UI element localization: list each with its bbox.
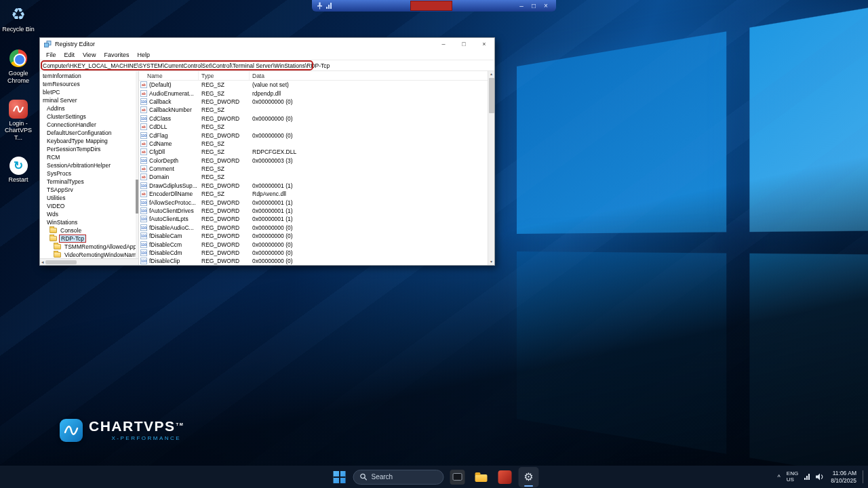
tree-item[interactable]: TSMMRemotingAllowedApps — [40, 243, 138, 251]
rdp-connection-bar[interactable]: – □ × — [312, 0, 556, 12]
volume-icon[interactable] — [816, 473, 825, 481]
column-header-data[interactable]: Data — [250, 73, 488, 79]
reg-dword-icon — [140, 249, 147, 256]
file-explorer-button[interactable] — [471, 467, 492, 487]
scrollbar-thumb[interactable] — [136, 180, 138, 214]
maximize-button[interactable]: □ — [454, 38, 474, 50]
tree-item[interactable]: temResources — [40, 80, 138, 88]
tree-item[interactable]: bletPC — [40, 88, 138, 96]
clock[interactable]: 11:06 AM 8/10/2025 — [831, 470, 856, 484]
tree-item[interactable]: TSAppSrv — [40, 186, 138, 194]
scrollbar-thumb[interactable] — [489, 78, 494, 113]
desktop-icon-chartvps-login[interactable]: Login - ChartVPS T... — [1, 100, 35, 141]
scroll-left-arrow-icon[interactable]: ◂ — [40, 260, 45, 265]
menu-item-view[interactable]: View — [79, 52, 100, 58]
value-name: CdFlag — [139, 132, 199, 139]
tree-item[interactable]: ConnectionHandler — [40, 121, 138, 129]
registry-value-row[interactable]: fDisableAudioC...REG_DWORD0x00000000 (0) — [139, 224, 488, 232]
tree-item[interactable]: WinStations — [40, 218, 138, 226]
tree-item[interactable]: SessionArbitrationHelper — [40, 161, 138, 169]
tree-vertical-scrollbar[interactable] — [136, 71, 138, 258]
tree-item[interactable]: DefaultUserConfiguration — [40, 129, 138, 137]
tree-item[interactable]: ClusterSettings — [40, 113, 138, 121]
tree-item[interactable]: rminal Server — [40, 96, 138, 104]
tree-horizontal-scrollbar[interactable]: ◂ — [40, 258, 138, 265]
tree-item[interactable]: TerminalTypes — [40, 178, 138, 186]
registry-value-row[interactable]: fAllowSecProtoc...REG_DWORD0x00000001 (1… — [139, 198, 488, 206]
column-header-name[interactable]: Name — [139, 71, 199, 80]
registry-value-row[interactable]: EncoderDllNameREG_SZRdpAvenc.dll — [139, 190, 488, 198]
values-vertical-scrollbar[interactable]: ▴ ▾ — [488, 71, 494, 265]
scroll-up-arrow-icon[interactable]: ▴ — [490, 71, 492, 77]
registry-value-row[interactable]: fAutoClientLptsREG_DWORD0x00000001 (1) — [139, 215, 488, 223]
registry-value-row[interactable]: CfgDllREG_SZRDPCFGEX.DLL — [139, 148, 488, 156]
media-app-button[interactable] — [495, 467, 515, 487]
show-desktop-button[interactable] — [863, 470, 865, 484]
menu-item-help[interactable]: Help — [133, 52, 154, 58]
pin-icon[interactable] — [317, 2, 323, 9]
registry-value-row[interactable]: fDisableCdmREG_DWORD0x00000000 (0) — [139, 249, 488, 257]
tree-item-label: ClusterSettings — [45, 113, 87, 120]
menu-item-edit[interactable]: Edit — [60, 52, 79, 58]
scrollbar-thumb[interactable] — [45, 260, 77, 264]
value-type: REG_DWORD — [199, 232, 250, 239]
registry-value-row[interactable]: fDisableClipREG_DWORD0x00000000 (0) — [139, 257, 488, 265]
registry-value-row[interactable]: fDisableCamREG_DWORD0x00000000 (0) — [139, 232, 488, 240]
registry-value-row[interactable]: CdFlagREG_DWORD0x00000000 (0) — [139, 131, 488, 139]
annotation-highlight — [410, 1, 452, 11]
settings-gear-button[interactable] — [519, 467, 539, 487]
dark-window-app-button[interactable] — [448, 467, 468, 487]
network-icon[interactable] — [804, 474, 810, 480]
tree-item-label: DefaultUserConfiguration — [45, 129, 113, 136]
menu-item-file[interactable]: File — [42, 52, 60, 58]
registry-value-row[interactable]: DomainREG_SZ — [139, 173, 488, 181]
tree-item[interactable]: SysProcs — [40, 169, 138, 178]
menu-item-favorites[interactable]: Favorites — [100, 52, 133, 58]
registry-value-row[interactable]: CdDLLREG_SZ — [139, 123, 488, 131]
scroll-down-arrow-icon[interactable]: ▾ — [490, 259, 492, 265]
tree-item[interactable]: VIDEO — [40, 202, 138, 210]
registry-value-row[interactable]: CallbackREG_DWORD0x00000000 (0) — [139, 98, 488, 106]
registry-value-row[interactable]: CdNameREG_SZ — [139, 140, 488, 148]
tree-item[interactable]: PerSessionTempDirs — [40, 145, 138, 153]
registry-value-row[interactable]: DrawGdiplusSup...REG_DWORD0x00000001 (1) — [139, 182, 488, 190]
address-bar[interactable]: Computer\HKEY_LOCAL_MACHINE\SYSTEM\Curre… — [40, 60, 494, 71]
registry-value-row[interactable]: CallbackNumberREG_SZ — [139, 106, 488, 114]
tree-item[interactable]: AddIns — [40, 104, 138, 113]
tree-item[interactable]: RDP-Tcp — [40, 235, 138, 243]
rdp-restore-button[interactable]: □ — [528, 0, 539, 12]
registry-value-row[interactable]: AudioEnumerat...REG_SZrdpendp.dll — [139, 89, 488, 97]
desktop-icon-restart[interactable]: Restart — [1, 157, 35, 183]
rdp-close-button[interactable]: × — [540, 0, 551, 12]
tree-item[interactable]: Wds — [40, 210, 138, 218]
registry-value-row[interactable]: CdClassREG_DWORD0x00000000 (0) — [139, 115, 488, 123]
desktop-icon-recycle-bin[interactable]: Recycle Bin — [1, 4, 35, 33]
tree-item[interactable]: RCM — [40, 153, 138, 161]
value-data: 0x00000000 (0) — [250, 241, 488, 248]
value-name-text: fDisableCcm — [149, 241, 182, 248]
language-indicator[interactable]: ENG US — [787, 471, 798, 483]
registry-value-row[interactable]: fDisableCcmREG_DWORD0x00000000 (0) — [139, 240, 488, 248]
tree-item[interactable]: Console — [40, 226, 138, 235]
registry-value-row[interactable]: (Default)REG_SZ(value not set) — [139, 81, 488, 89]
value-type: REG_SZ — [199, 190, 250, 197]
column-header-type[interactable]: Type — [199, 71, 250, 80]
minimize-button[interactable]: – — [433, 38, 454, 50]
title-bar[interactable]: Registry Editor – □ × — [40, 38, 494, 50]
registry-value-row[interactable]: CommentREG_SZ — [139, 165, 488, 173]
tree-item-label: PerSessionTempDirs — [45, 146, 102, 152]
tray-date: 8/10/2025 — [831, 477, 856, 485]
taskbar-search[interactable]: Search — [353, 470, 444, 485]
tree-item-label: rminal Server — [41, 97, 79, 104]
tree-item[interactable]: KeyboardType Mapping — [40, 137, 138, 145]
rdp-minimize-button[interactable]: – — [516, 0, 527, 12]
desktop-icon-chrome[interactable]: Google Chrome — [1, 48, 35, 84]
tray-chevron-icon[interactable]: ^ — [778, 474, 781, 481]
start-button[interactable] — [330, 467, 350, 487]
tree-item-label: WinStations — [45, 219, 79, 226]
registry-value-row[interactable]: ColorDepthREG_DWORD0x00000003 (3) — [139, 157, 488, 165]
tree-item[interactable]: Utilities — [40, 194, 138, 202]
tree-item[interactable]: temInformation — [40, 72, 138, 80]
registry-value-row[interactable]: fAutoClientDrivesREG_DWORD0x00000001 (1) — [139, 207, 488, 215]
close-button[interactable]: × — [474, 38, 494, 50]
